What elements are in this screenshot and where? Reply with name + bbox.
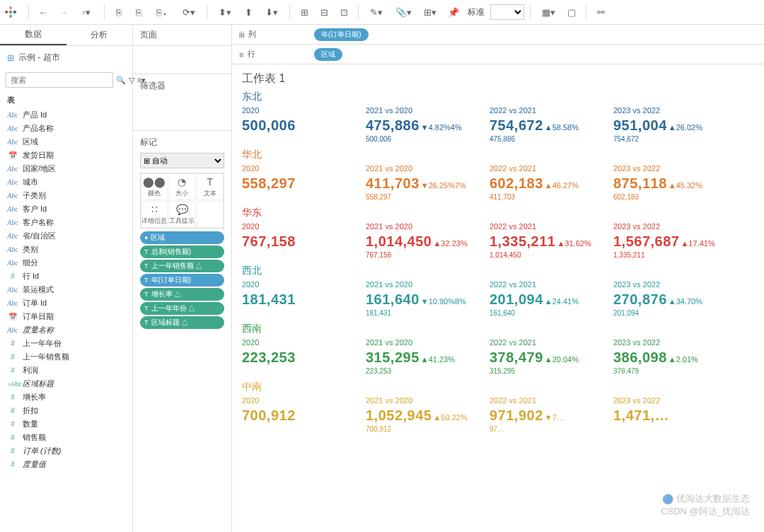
field-item[interactable]: #度量值	[0, 458, 132, 471]
field-item[interactable]: Abc国家/地区	[0, 162, 132, 175]
metric-cell[interactable]: 161,640▼10.90%8%181,431	[366, 291, 490, 317]
mark-pill[interactable]: T上一年销售额 △	[140, 260, 224, 272]
search-icon[interactable]: 🔍	[116, 76, 126, 85]
sheet-title[interactable]: 工作表 1	[242, 71, 754, 86]
new-datasource-button[interactable]: ⎘▾	[150, 4, 174, 21]
field-item[interactable]: #数量	[0, 417, 132, 431]
show-me-button[interactable]: ▦▾	[536, 4, 560, 21]
field-name: 细分	[23, 258, 38, 268]
field-item[interactable]: Abc细分	[0, 256, 132, 270]
rows-shelf[interactable]: ≡行 区域	[232, 45, 764, 64]
metric-cell[interactable]: 558,297	[242, 175, 366, 201]
format-button[interactable]: 📎▾	[391, 4, 415, 21]
field-item[interactable]: #上一年销售额	[0, 350, 132, 364]
share-button[interactable]: ⚯	[592, 4, 609, 21]
metric-cell[interactable]: 1,335,211▲31.62%1,014,450	[490, 233, 613, 259]
mark-pill[interactable]: T区域标题 △	[140, 316, 224, 329]
field-item[interactable]: Abc订单 Id	[0, 296, 132, 310]
mark-pill[interactable]: T年(订单日期)	[140, 274, 224, 287]
field-item[interactable]: Abc客户名称	[0, 216, 132, 229]
tooltip-button[interactable]: 💬工具提示	[168, 201, 195, 228]
sort-asc-button[interactable]: ⬆	[240, 4, 257, 21]
metric-cell[interactable]: 475,886▼4.82%4%500,006	[366, 117, 490, 143]
duplicate-button[interactable]: ⎘	[130, 4, 147, 21]
metric-cell[interactable]: 181,431	[242, 291, 366, 317]
field-type-icon: Abc	[7, 259, 18, 267]
fit-select[interactable]	[490, 4, 524, 20]
mark-pill[interactable]: T上一年年份 △	[140, 302, 224, 315]
field-item[interactable]: 📅发货日期	[0, 149, 132, 162]
metric-cell[interactable]: 411,703▼26.25%7%558,297	[366, 175, 490, 201]
field-item[interactable]: #订单 (计数)	[0, 444, 132, 458]
mark-pill[interactable]: T增长率 △	[140, 288, 224, 301]
pages-shelf[interactable]: 页面	[133, 25, 231, 46]
metric-cell[interactable]: 315,295▲41.23%223,253	[366, 349, 490, 375]
metric-cell[interactable]: 1,471,…	[613, 407, 737, 433]
field-item[interactable]: Abc子类别	[0, 189, 132, 202]
metric-cell[interactable]: 270,876▲34.70%201,094	[613, 291, 737, 317]
metric-cell[interactable]: 602,183▲46.27%411,703	[490, 175, 613, 201]
worksheet-button[interactable]: ⊞▾	[418, 4, 442, 21]
field-item[interactable]: =Abc区域标题	[0, 377, 132, 391]
totals-button[interactable]: ⊟	[316, 4, 332, 21]
field-item[interactable]: #增长率	[0, 391, 132, 404]
field-item[interactable]: Abc省/自治区	[0, 229, 132, 243]
show-labels-button[interactable]: ⊡	[335, 4, 352, 21]
detail-button[interactable]: ∷详细信息	[141, 201, 168, 228]
size-button[interactable]: ◔大小	[168, 173, 195, 200]
presentation-button[interactable]: ▢	[563, 4, 580, 21]
mark-pill[interactable]: T总和(销售额)	[140, 245, 224, 258]
field-item[interactable]: Abc度量名称	[0, 323, 132, 337]
metric-cell[interactable]: 1,052,945▲50.22%700,912	[366, 407, 490, 433]
filters-shelf[interactable]: 筛选器	[133, 74, 231, 131]
metric-cell[interactable]: 378,479▲20.04%315,295	[490, 349, 613, 375]
field-item[interactable]: Abc装运模式	[0, 283, 132, 296]
forward-button[interactable]: →	[54, 4, 71, 21]
field-item[interactable]: Abc产品 Id	[0, 108, 132, 122]
text-button[interactable]: T文本	[197, 173, 224, 200]
columns-pill[interactable]: 年(订单日期)	[314, 28, 369, 41]
back-button[interactable]: ←	[35, 4, 52, 21]
field-item[interactable]: #行 Id	[0, 270, 132, 283]
save-button[interactable]: ▫▾	[74, 4, 98, 21]
metric-cell[interactable]: 971,902▼7…97…	[490, 407, 613, 433]
metric-cell[interactable]: 500,006	[242, 117, 366, 143]
sort-desc-button[interactable]: ⬇▾	[260, 4, 284, 21]
pin-button[interactable]: 📌	[445, 4, 462, 21]
field-item[interactable]: Abc类别	[0, 243, 132, 256]
region-header: 西南	[242, 323, 754, 335]
tab-analysis[interactable]: 分析	[66, 25, 133, 45]
field-item[interactable]: #销售额	[0, 431, 132, 444]
metric-cell[interactable]: 1,014,450▲32.23%767,158	[366, 233, 490, 259]
columns-shelf[interactable]: iii列 年(订单日期)	[232, 25, 764, 45]
color-button[interactable]: ⬤⬤颜色	[141, 173, 168, 200]
highlight-button[interactable]: ✎▾	[364, 4, 388, 21]
field-item[interactable]: 📅订单日期	[0, 310, 132, 323]
field-item[interactable]: #利润	[0, 364, 132, 377]
metric-cell[interactable]: 1,567,687▲17.41%1,335,211	[613, 233, 737, 259]
metric-cell[interactable]: 201,094▲24.41%161,640	[490, 291, 613, 317]
mark-type-select[interactable]: ⊞ 自动	[140, 153, 224, 168]
field-item[interactable]: Abc区域	[0, 135, 132, 149]
rows-pill[interactable]: 区域	[314, 48, 342, 61]
search-input[interactable]	[6, 72, 113, 88]
metric-cell[interactable]: 700,912	[242, 407, 366, 433]
field-item[interactable]: Abc产品名称	[0, 122, 132, 135]
field-item[interactable]: Abc城市	[0, 175, 132, 189]
metric-cell[interactable]: 951,004▲26.02%754,672	[613, 117, 737, 143]
refresh-button[interactable]: ⟳▾	[177, 4, 201, 21]
metric-cell[interactable]: 875,118▲45.32%602,183	[613, 175, 737, 201]
metric-cell[interactable]: 767,158	[242, 233, 366, 259]
metric-cell[interactable]: 386,098▲2.01%378,479	[613, 349, 737, 375]
mark-pill[interactable]: ●区域	[140, 231, 224, 244]
swap-button[interactable]: ⬍▾	[213, 4, 237, 21]
metric-cell[interactable]: 223,253	[242, 349, 366, 375]
datasource-selector[interactable]: ⊞ 示例 - 超市	[0, 46, 132, 69]
field-item[interactable]: #折扣	[0, 404, 132, 417]
group-button[interactable]: ⊞	[296, 4, 313, 21]
new-worksheet-button[interactable]: ⎘	[110, 4, 127, 21]
tab-data[interactable]: 数据	[0, 25, 66, 45]
metric-cell[interactable]: 754,672▲58.58%475,886	[490, 117, 613, 143]
field-item[interactable]: Abc客户 Id	[0, 202, 132, 216]
field-item[interactable]: #上一年年份	[0, 337, 132, 350]
